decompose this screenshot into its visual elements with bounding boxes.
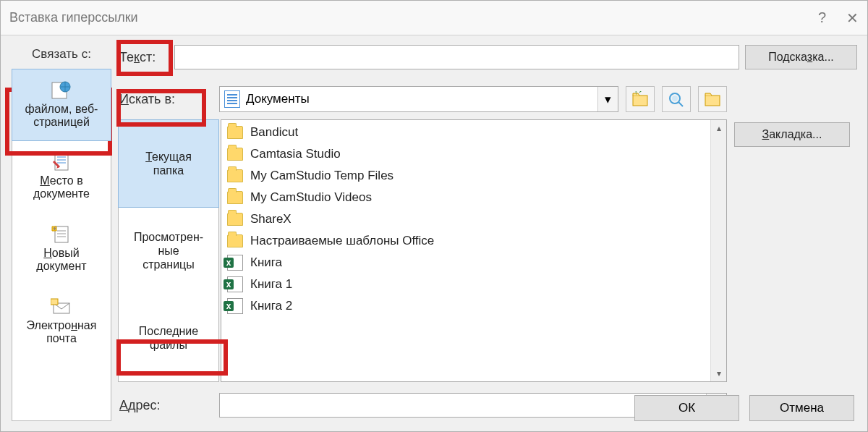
subnav-browsed-pages[interactable]: Просмотрен-ныестраницы [119, 207, 218, 294]
folder-open-icon [704, 91, 721, 107]
lookin-dropdown[interactable]: Документы ▾ [219, 86, 618, 112]
chevron-down-icon: ▾ [597, 87, 618, 111]
folder-icon [227, 234, 243, 247]
svg-rect-4 [55, 226, 68, 242]
folder-icon [227, 148, 243, 161]
scroll-down-icon[interactable]: ▾ [717, 368, 721, 378]
subnav-recent-files[interactable]: Последниефайлы [119, 295, 218, 381]
browse-file-button[interactable] [698, 86, 727, 112]
screentip-button[interactable]: Подсказка... [745, 45, 857, 69]
web-search-icon [668, 91, 685, 107]
filelist[interactable]: BandicutCamtasia StudioMy CamStudio Temp… [221, 120, 710, 381]
cancel-button[interactable]: Отмена [749, 395, 854, 421]
linkto-new-doc[interactable]: ✱ Новый документ [12, 213, 111, 285]
list-item[interactable]: Книга 2 [221, 295, 710, 317]
scrollbar[interactable]: ▴ ▾ [710, 120, 726, 381]
main-column: Текст: Подсказка... Искать в: Документы … [118, 43, 857, 421]
svg-rect-8 [51, 299, 58, 305]
close-button[interactable]: ✕ [846, 9, 859, 27]
bookmark-button[interactable]: Закладка... [734, 122, 850, 147]
file-name: Книга 1 [250, 277, 292, 292]
titlebar: Вставка гиперссылки ? ✕ [1, 1, 867, 35]
folder-icon [227, 169, 243, 182]
linkto-label: Связать с: [32, 47, 91, 62]
file-name: Настраиваемые шаблоны Office [250, 234, 434, 248]
linkto-column: Связать с: файлом, веб- страницей Место … [11, 43, 112, 421]
scroll-up-icon[interactable]: ▴ [717, 123, 721, 133]
text-label: Текст: [118, 50, 169, 65]
list-item[interactable]: Настраиваемые шаблоны Office [221, 230, 710, 252]
svg-point-12 [672, 96, 678, 101]
hyperlink-dialog: Вставка гиперссылки ? ✕ Связать с: файло… [0, 0, 868, 432]
linkto-file-web[interactable]: файлом, веб- страницей [12, 69, 111, 141]
svg-text:↑: ↑ [634, 91, 638, 96]
file-name: Книга 2 [250, 299, 292, 313]
excel-icon [227, 255, 243, 271]
svg-text:✱: ✱ [53, 226, 56, 231]
list-item[interactable]: My CamStudio Videos [221, 187, 710, 208]
excel-icon [227, 276, 243, 292]
subnav: Текущаяпапка Просмотрен-ныестраницы Посл… [118, 119, 219, 382]
filelist-wrap: BandicutCamtasia StudioMy CamStudio Temp… [221, 119, 727, 382]
folder-icon [227, 126, 243, 139]
place-in-doc-icon [51, 153, 72, 171]
linkto-buttons: файлом, веб- страницей Место в документе… [12, 69, 111, 421]
list-item[interactable]: Книга [221, 252, 710, 274]
lookin-row: Искать в: Документы ▾ ↑ [118, 83, 727, 115]
lookin-label: Искать в: [119, 92, 212, 107]
text-row: Текст: Подсказка... [118, 43, 857, 72]
ok-button[interactable]: ОК [634, 395, 739, 421]
file-name: Camtasia Studio [250, 147, 341, 161]
folder-icon [227, 213, 243, 226]
titlebar-buttons: ? ✕ [818, 9, 859, 27]
file-name: ShareX [250, 212, 292, 226]
lookin-current: Документы [246, 92, 310, 106]
folder-up-icon: ↑ [631, 91, 649, 107]
dialog-title: Вставка гиперссылки [9, 10, 138, 25]
list-item[interactable]: Книга 1 [221, 274, 710, 295]
file-name: My CamStudio Temp Files [250, 169, 393, 183]
linkto-place-in-doc[interactable]: Место в документе [12, 140, 111, 213]
file-name: Книга [250, 255, 282, 270]
new-doc-icon: ✱ [51, 225, 72, 244]
svg-rect-13 [705, 96, 720, 106]
right-column: Закладка... [734, 83, 857, 421]
linkto-email[interactable]: Электронная почта [12, 285, 111, 357]
address-label: Адрес: [119, 398, 212, 413]
file-name: My CamStudio Videos [250, 190, 372, 205]
list-item[interactable]: Camtasia Studio [221, 143, 710, 165]
help-button[interactable]: ? [818, 9, 826, 27]
documents-icon [224, 90, 240, 108]
file-name: Bandicut [250, 125, 298, 140]
email-icon [51, 297, 72, 316]
file-web-icon [51, 81, 72, 100]
dialog-footer: ОК Отмена [634, 395, 854, 421]
list-item[interactable]: Bandicut [221, 122, 710, 143]
svg-rect-9 [633, 96, 647, 106]
list-item[interactable]: My CamStudio Temp Files [221, 165, 710, 187]
list-item[interactable]: ShareX [221, 208, 710, 230]
up-one-level-button[interactable]: ↑ [626, 86, 655, 112]
text-input[interactable] [174, 45, 739, 69]
excel-icon [227, 298, 243, 314]
browse-web-button[interactable] [662, 86, 691, 112]
subnav-current-folder[interactable]: Текущаяпапка [118, 119, 219, 208]
folder-icon [227, 191, 243, 204]
browse-area: Текущаяпапка Просмотрен-ныестраницы Посл… [118, 119, 727, 382]
